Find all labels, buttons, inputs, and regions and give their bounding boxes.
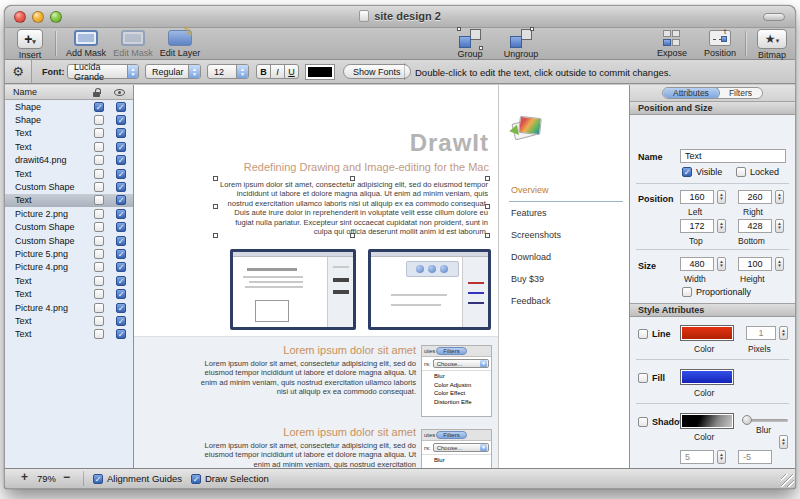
layer-row[interactable]: Picture 5.png ✓ (5, 247, 133, 260)
right-stepper[interactable]: ▲▼ (775, 190, 784, 204)
shadow-stepper[interactable]: ▲▼ (779, 435, 788, 449)
proportionally-checkbox[interactable]: Proportionally (682, 287, 751, 297)
blur-slider-knob[interactable] (742, 415, 752, 425)
section-heading[interactable]: Lorem ipsum dolor sit amet (186, 344, 416, 356)
layer-row[interactable]: Text ✓ (5, 194, 133, 207)
font-size-select[interactable]: 12▲▼ (207, 64, 249, 79)
bottom-input[interactable]: 428 (738, 219, 772, 233)
selection-handle[interactable] (213, 233, 218, 238)
shadow-x-input[interactable]: 5 (680, 450, 714, 464)
add-mask-button[interactable]: Add Mask (63, 29, 109, 58)
alignment-guides-checkbox[interactable]: ✓ Alignment Guides (93, 473, 182, 484)
left-input[interactable]: 160 (680, 190, 714, 204)
top-input[interactable]: 172 (680, 219, 714, 233)
layer-row[interactable]: Picture 4.png ✓ (5, 261, 133, 274)
width-input[interactable]: 480 (680, 257, 714, 271)
fill-checkbox[interactable]: Fill (638, 373, 665, 383)
layer-lock-checkbox[interactable] (94, 289, 104, 299)
site-nav-link[interactable]: Download (509, 246, 629, 268)
layer-lock-checkbox[interactable] (94, 209, 104, 219)
layer-lock-checkbox[interactable] (94, 303, 104, 313)
fill-color-well[interactable] (680, 369, 734, 385)
layer-visible-checkbox[interactable]: ✓ (116, 303, 126, 313)
bold-button[interactable]: B (256, 64, 271, 79)
layer-lock-checkbox[interactable] (94, 316, 104, 326)
gear-icon[interactable]: ⚙ (5, 60, 32, 83)
layer-visible-checkbox[interactable]: ✓ (116, 289, 126, 299)
line-checkbox[interactable]: Line (638, 329, 671, 339)
shadow-color-well[interactable] (680, 413, 734, 429)
title-bar[interactable]: site design 2 (5, 6, 795, 28)
bottom-stepper[interactable]: ▲▼ (775, 219, 784, 233)
layer-row[interactable]: Shape ✓ ✓ (5, 100, 133, 113)
layer-lock-checkbox[interactable] (94, 182, 104, 192)
selection-handle[interactable] (485, 233, 490, 238)
line-width-stepper[interactable]: ▲▼ (779, 326, 788, 340)
text-color-well[interactable] (305, 64, 335, 80)
selection-handle[interactable] (350, 233, 355, 238)
layer-lock-checkbox[interactable] (94, 128, 104, 138)
layer-visible-checkbox[interactable]: ✓ (116, 209, 126, 219)
position-button[interactable]: t Position (697, 29, 743, 58)
layer-visible-checkbox[interactable]: ✓ (116, 195, 126, 205)
underline-button[interactable]: U (284, 64, 299, 79)
ungroup-button[interactable]: Ungroup (497, 29, 545, 59)
line-width-input[interactable]: 1 (746, 326, 776, 340)
hero-paragraph[interactable]: Lorem ipsum dolor sit amet, consectetur … (216, 180, 488, 236)
layer-row[interactable]: Text ✓ (5, 287, 133, 300)
selection-handle[interactable] (485, 176, 490, 181)
layer-row[interactable]: Custom Shape ✓ (5, 180, 133, 193)
layer-visible-checkbox[interactable]: ✓ (116, 155, 126, 165)
tab-attributes[interactable]: Attributes (663, 88, 719, 98)
expose-button[interactable]: Expose (651, 29, 693, 58)
layer-visible-checkbox[interactable]: ✓ (116, 102, 126, 112)
layer-visible-checkbox[interactable]: ✓ (116, 128, 126, 138)
section-body[interactable]: Lorem ipsum dolor sit amet, consectetur … (194, 441, 416, 468)
layer-lock-checkbox[interactable] (94, 276, 104, 286)
layer-lock-checkbox[interactable] (94, 169, 104, 179)
layer-lock-checkbox[interactable] (94, 155, 104, 165)
tab-filters[interactable]: Filters (719, 88, 762, 98)
layer-lock-checkbox[interactable] (94, 262, 104, 272)
shadow-y-input[interactable]: -5 (738, 450, 772, 464)
italic-button[interactable]: I (270, 64, 285, 79)
selection-handle[interactable] (350, 176, 355, 181)
height-stepper[interactable]: ▲▼ (775, 257, 784, 271)
layer-lock-checkbox[interactable] (94, 195, 104, 205)
layer-row[interactable]: Custom Shape ✓ (5, 221, 133, 234)
site-nav-link[interactable]: Buy $39 (509, 268, 629, 290)
tagline-text[interactable]: Redefining Drawing and Image-editing for… (244, 161, 489, 173)
layer-visible-checkbox[interactable]: ✓ (116, 276, 126, 286)
shadow-blur-slider[interactable] (742, 419, 788, 422)
top-stepper[interactable]: ▲▼ (717, 219, 726, 233)
layer-row[interactable]: Text ✓ (5, 140, 133, 153)
screenshot-thumbnail-2[interactable] (368, 249, 491, 330)
screenshot-thumbnail-1[interactable] (230, 249, 356, 330)
left-stepper[interactable]: ▲▼ (717, 190, 726, 204)
selection-handle[interactable] (213, 204, 218, 209)
design-canvas[interactable]: DrawIt Redefining Drawing and Image-edit… (134, 85, 629, 468)
locked-checkbox[interactable]: Locked (736, 167, 779, 177)
layer-row[interactable]: Text ✓ (5, 127, 133, 140)
group-button[interactable]: Group (451, 29, 489, 59)
line-color-well[interactable] (680, 325, 734, 341)
site-nav-link[interactable]: Feedback (509, 290, 629, 312)
layer-lock-checkbox[interactable]: ✓ (94, 102, 104, 112)
layer-lock-checkbox[interactable] (94, 236, 104, 246)
shadow-x-stepper[interactable]: ▲▼ (717, 450, 726, 464)
site-nav-link[interactable]: Overview (509, 179, 623, 202)
layer-row[interactable]: Shape ✓ (5, 113, 133, 126)
width-stepper[interactable]: ▲▼ (717, 257, 726, 271)
layer-visible-checkbox[interactable]: ✓ (116, 142, 126, 152)
layer-name-input[interactable]: Text (680, 149, 786, 163)
layer-row[interactable]: Picture 4.png ✓ (5, 301, 133, 314)
layer-row[interactable]: drawit64.png ✓ (5, 154, 133, 167)
layer-lock-checkbox[interactable] (94, 115, 104, 125)
layer-row[interactable]: Text ✓ (5, 274, 133, 287)
selection-handle[interactable] (213, 176, 218, 181)
layer-visible-checkbox[interactable]: ✓ (116, 115, 126, 125)
layer-visible-checkbox[interactable]: ✓ (116, 316, 126, 326)
layer-visible-checkbox[interactable]: ✓ (116, 236, 126, 246)
edit-layer-button[interactable]: ✎ Edit Layer (157, 29, 203, 58)
layer-lock-checkbox[interactable] (94, 249, 104, 259)
